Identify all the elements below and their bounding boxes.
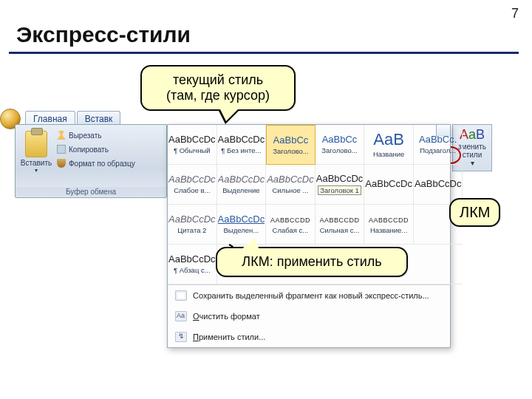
callout-text: ЛКМ: применить стиль: [242, 254, 381, 269]
style-thumbnail[interactable]: AABBCCDDСлабая с...: [266, 205, 316, 245]
clear-format-icon: [175, 311, 187, 321]
style-thumbnail[interactable]: AaBbCcDcСильное ...: [266, 165, 316, 205]
cut-label: Вырезать: [69, 132, 101, 140]
title-rule: [9, 52, 519, 54]
page-number: 7: [511, 6, 519, 21]
copy-button[interactable]: Копировать: [57, 143, 135, 155]
callout-text: текущий стиль (там, где курсор): [166, 72, 270, 103]
style-name-label: Слабая с...: [273, 226, 309, 234]
style-name-label: ¶ Абзац с...: [174, 266, 211, 274]
style-thumbnail[interactable]: AaBbCcDcСлабое в...: [168, 165, 217, 205]
style-thumbnail[interactable]: AaBbCcDcЦитата 2: [168, 205, 217, 245]
callout-text: ЛКМ: [460, 204, 490, 220]
style-name-label: Подзагол...: [420, 146, 456, 154]
style-name-label: Заголово...: [273, 147, 308, 155]
style-thumbnail[interactable]: AaBbCc.Подзагол...: [414, 125, 463, 165]
quick-styles-gallery: AaBbCcDc¶ ОбычныйAaBbCcDc¶ Без инте...Aa…: [167, 124, 451, 348]
style-thumbnail[interactable]: AaBbCcЗаголово...: [316, 125, 365, 165]
gallery-empty-cell: [414, 245, 463, 284]
menu-apply-styles[interactable]: Применить стили...: [168, 327, 450, 347]
page-title: Экспресс-стили: [16, 22, 191, 47]
style-preview-text: AaBbCcDc: [316, 174, 364, 183]
callout-current-style: текущий стиль (там, где курсор): [140, 65, 296, 111]
copy-icon: [57, 145, 66, 154]
menu-clear-formatting[interactable]: Очистить формат: [168, 306, 450, 327]
style-preview-text: AaBbCcDc: [218, 134, 265, 144]
style-preview-text: AaBbCcDc: [168, 134, 216, 144]
style-preview-text: AaBbCcDc: [365, 179, 412, 188]
style-name-label: Заголовок 1: [318, 185, 361, 195]
style-name-label: Выделение: [222, 186, 259, 194]
style-thumbnail[interactable]: AaBНазвание: [364, 125, 414, 165]
style-name-label: Выделен...: [224, 226, 259, 234]
style-thumbnail[interactable]: AABBCCDDНазвание...: [364, 205, 414, 245]
style-name-label: Слабое в...: [174, 186, 210, 194]
style-preview-text: AABBCCDD: [270, 214, 310, 224]
style-name-label: ¶ Без инте...: [221, 146, 261, 154]
menu-label: Очистить формат: [193, 312, 260, 321]
format-painter-button[interactable]: Формат по образцу: [57, 157, 135, 169]
style-name-label: Сильная с...: [320, 226, 360, 234]
style-preview-text: AaB: [373, 132, 404, 148]
scissors-icon: [57, 131, 66, 140]
paste-icon: [25, 131, 47, 157]
menu-label: Сохранить выделенный фрагмент как новый …: [193, 291, 429, 300]
paste-label: Вставить: [18, 159, 54, 167]
style-thumbnail[interactable]: AaBbCcDc: [364, 165, 414, 205]
brush-icon: [57, 159, 66, 168]
menu-label: Применить стили...: [193, 332, 265, 341]
cut-button[interactable]: Вырезать: [57, 129, 135, 141]
style-preview-text: AaBbCcDc: [218, 214, 265, 224]
style-preview-text: AaBbCcDc: [168, 254, 216, 264]
style-name-label: Название...: [370, 226, 407, 234]
style-name-label: Заголово...: [321, 146, 357, 154]
style-preview-text: AaBbCcDc: [415, 179, 462, 188]
style-preview-text: AABBCCDD: [369, 214, 409, 224]
ribbon-group-label: Буфер обмена: [16, 187, 166, 197]
paste-dropdown-icon[interactable]: ▾: [18, 167, 54, 174]
style-preview-text: AaBbCc.: [419, 134, 457, 144]
ribbon-clipboard-group: Вставить ▾ Вырезать Копировать Формат по…: [15, 124, 167, 198]
paste-button[interactable]: Вставить ▾: [18, 129, 54, 193]
callout-lkm-apply: ЛКМ: применить стиль: [216, 247, 408, 277]
style-thumbnail[interactable]: AaBbCcDc¶ Без инте...: [217, 125, 267, 165]
style-thumbnail[interactable]: AaBbCcDc¶ Обычный: [168, 125, 217, 165]
style-preview-text: AaBbCcDc: [168, 174, 216, 184]
copy-label: Копировать: [69, 146, 109, 154]
style-preview-text: AaBbCcDc: [218, 174, 265, 184]
format-painter-label: Формат по образцу: [69, 160, 135, 168]
style-preview-text: AABBCCDD: [320, 214, 360, 224]
style-preview-text: AaBbCcDc: [267, 174, 314, 184]
apply-styles-icon: [175, 332, 187, 342]
style-preview-text: AaBbCcDc: [168, 214, 216, 224]
style-name-label: Название: [373, 150, 404, 158]
style-preview-text: AaBbCc: [322, 134, 358, 144]
save-style-icon: [175, 290, 187, 301]
gallery-menu: Сохранить выделенный фрагмент как новый …: [168, 284, 450, 347]
style-thumbnail[interactable]: AaBbCcDc¶ Абзац с...: [168, 245, 217, 284]
style-thumbnail[interactable]: AaBbCcЗаголово...: [266, 125, 316, 165]
clipboard-actions: Вырезать Копировать Формат по образцу: [57, 129, 135, 171]
style-thumbnail[interactable]: AaBbCcDcВыделение: [217, 165, 267, 205]
callout-lkm: ЛКМ: [449, 198, 500, 227]
style-name-label: Цитата 2: [177, 226, 206, 234]
style-name-label: ¶ Обычный: [174, 146, 211, 154]
style-preview-text: AaBbCc: [273, 135, 309, 145]
style-name-label: Сильное ...: [272, 186, 308, 194]
menu-save-as-quick-style[interactable]: Сохранить выделенный фрагмент как новый …: [168, 285, 450, 306]
style-thumbnail[interactable]: AABBCCDDСильная с...: [316, 205, 365, 245]
style-thumbnail[interactable]: AaBbCcDcЗаголовок 1: [316, 165, 365, 205]
